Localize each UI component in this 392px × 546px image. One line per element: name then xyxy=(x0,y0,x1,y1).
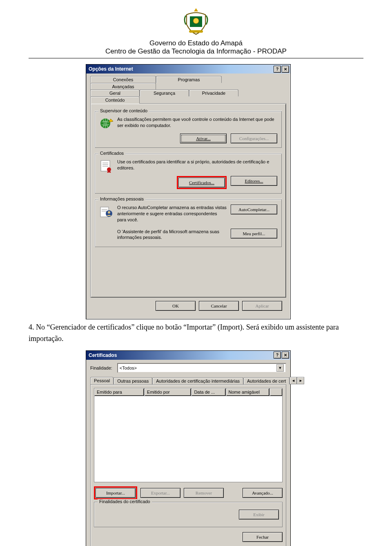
chevron-left-icon[interactable]: ◄ xyxy=(290,377,297,384)
chevron-down-icon[interactable]: ▼ xyxy=(276,364,284,372)
enable-button[interactable]: Ativar... xyxy=(180,134,227,143)
group-supervisor: Supervisor de conteúdo As classificações… xyxy=(95,111,282,148)
tab-security[interactable]: Segurança xyxy=(140,89,189,96)
svg-marker-0 xyxy=(194,8,198,11)
supervisor-text: As classificações permitem que você cont… xyxy=(117,116,277,129)
col-issued-by[interactable]: Emitido por xyxy=(144,388,191,396)
tab-personal[interactable]: Pessoal xyxy=(90,377,114,384)
group-certificates: Certificados Use os certificados para id… xyxy=(95,154,282,194)
svg-rect-2 xyxy=(189,30,203,33)
titlebar[interactable]: Certificados ? ✕ xyxy=(86,351,290,360)
group-cert-purposes-legend: Finalidades do certificado xyxy=(98,499,152,504)
tab-privacy[interactable]: Privacidade xyxy=(189,89,238,96)
publishers-button[interactable]: Editores... xyxy=(231,176,277,186)
tab-advanced[interactable]: Avançadas xyxy=(90,83,156,90)
advanced-button[interactable]: Avançado... xyxy=(243,488,283,498)
close-button[interactable]: ✕ xyxy=(282,352,289,359)
autocomplete-text: O recurso AutoCompletar armazena as entr… xyxy=(117,205,227,223)
tab-intermediate-ca[interactable]: Autoridades de certificação intermediári… xyxy=(152,377,243,384)
col-date[interactable]: Data de ... xyxy=(191,388,225,396)
svg-point-9 xyxy=(107,167,111,172)
autocomplete-icon xyxy=(99,205,113,218)
view-button: Exibir xyxy=(239,510,279,519)
col-spacer xyxy=(270,388,283,396)
close-button[interactable]: ✕ xyxy=(282,66,289,73)
step-4-text: 4. No “Gerenciador de certificados” cliq… xyxy=(29,322,363,345)
help-button[interactable]: ? xyxy=(274,352,281,359)
svg-point-14 xyxy=(108,211,110,214)
export-button: Exportar... xyxy=(140,488,180,498)
help-button[interactable]: ? xyxy=(274,66,281,73)
list-header: Emitido para Emitido por Data de ... Nom… xyxy=(94,388,283,396)
group-personal: Informações pessoais O recurso AutoCompl… xyxy=(95,199,282,247)
certificates-button-highlight: Certificados... xyxy=(177,176,227,189)
group-personal-legend: Informações pessoais xyxy=(98,196,145,201)
import-button[interactable]: Importar... xyxy=(96,488,136,498)
group-cert-purposes: Finalidades do certificado Exibir xyxy=(94,502,283,527)
group-certificates-legend: Certificados xyxy=(98,151,125,156)
internet-options-dialog: Opções da Internet ? ✕ Conexões Programa… xyxy=(86,64,291,319)
header-line2: Centro de Gestão da Tecnologia da Inform… xyxy=(29,47,363,56)
tab-scroll[interactable]: ◄► xyxy=(290,377,304,384)
settings-button: Configurações... xyxy=(231,134,277,143)
import-button-highlight: Importar... xyxy=(94,486,137,499)
dialog-title: Opções da Internet xyxy=(87,66,273,72)
col-issued-to[interactable]: Emitido para xyxy=(94,388,144,396)
header-line1: Governo do Estado do Amapá xyxy=(29,39,363,47)
ok-button[interactable]: OK xyxy=(156,301,196,311)
tab-row-bottom: Geral Segurança Privacidade Conteúdo xyxy=(90,89,286,104)
purpose-value: <Todos> xyxy=(120,365,137,370)
cancel-button[interactable]: Cancelar xyxy=(199,301,239,311)
tab-trusted-ca[interactable]: Autoridades de cert xyxy=(243,377,290,384)
divider xyxy=(29,58,363,58)
certificates-dialog: Certificados ? ✕ Finalidade: <Todos> ▼ P… xyxy=(86,350,291,546)
col-friendly-name[interactable]: Nome amigável xyxy=(226,388,270,396)
certificates-button[interactable]: Certificados... xyxy=(178,178,225,187)
tab-connections[interactable]: Conexões xyxy=(90,76,156,83)
close-dialog-button[interactable]: Fechar xyxy=(243,532,283,542)
profile-button[interactable]: Meu perfil... xyxy=(231,229,277,238)
titlebar[interactable]: Opções da Internet ? ✕ xyxy=(86,65,290,74)
certificates-text: Use os certificados para identificar a s… xyxy=(117,159,277,171)
svg-marker-4 xyxy=(109,119,113,122)
tab-general[interactable]: Geral xyxy=(90,89,140,96)
globe-icon xyxy=(99,116,113,130)
tab-content[interactable]: Conteúdo xyxy=(90,96,140,104)
group-supervisor-legend: Supervisor de conteúdo xyxy=(98,108,149,113)
svg-point-1 xyxy=(193,18,199,24)
remove-button: Remover xyxy=(184,488,224,498)
dialog-footer: OK Cancelar Aplicar xyxy=(90,298,286,315)
chevron-right-icon[interactable]: ► xyxy=(297,377,304,384)
profile-text: O 'Assistente de perfil' da Microsoft ar… xyxy=(117,229,227,241)
certificate-list[interactable] xyxy=(94,396,283,482)
tab-programs[interactable]: Programas xyxy=(156,76,222,83)
spacer-icon xyxy=(99,229,113,243)
purpose-combobox[interactable]: <Todos> ▼ xyxy=(117,363,286,373)
cert-tabs: Pessoal Outras pessoas Autoridades de ce… xyxy=(90,377,286,384)
purpose-label: Finalidade: xyxy=(90,365,112,370)
tab-row-top: Conexões Programas Avançadas xyxy=(90,76,286,90)
page-header: Governo do Estado do Amapá Centro de Ges… xyxy=(29,7,363,56)
dialog-title: Certificados xyxy=(87,352,273,358)
autocomplete-button[interactable]: AutoCompletar... xyxy=(231,205,277,214)
crest-icon xyxy=(182,7,210,36)
tabsheet-content: Supervisor de conteúdo As classificações… xyxy=(90,103,286,298)
certificate-list-pane: Emitido para Emitido por Data de ... Nom… xyxy=(90,384,286,546)
certificate-icon xyxy=(99,159,113,173)
tab-other-people[interactable]: Outras pessoas xyxy=(114,377,152,384)
apply-button: Aplicar xyxy=(242,301,282,311)
